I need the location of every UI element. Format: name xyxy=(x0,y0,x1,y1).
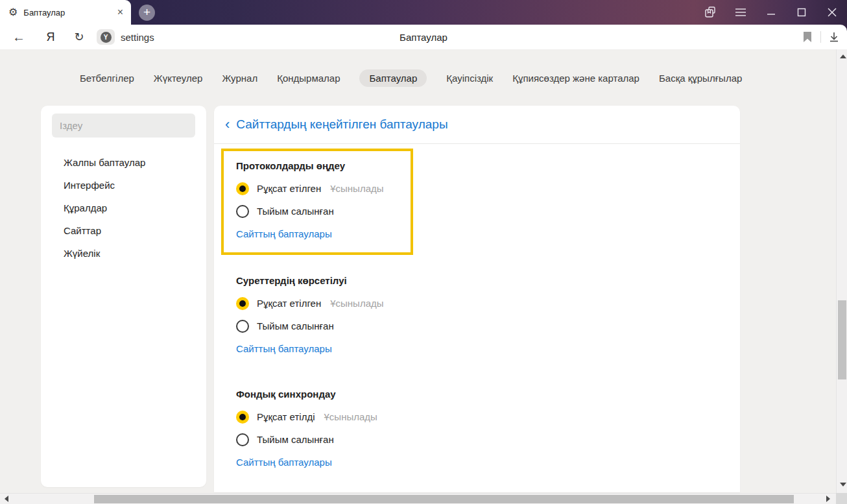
sidebar-item-sites[interactable]: Сайттар xyxy=(64,219,145,242)
bookmark-button[interactable] xyxy=(794,25,820,49)
site-settings-link[interactable]: Сайттың баптаулары xyxy=(236,228,332,241)
radio-label: Рұқсат етілген xyxy=(257,183,321,194)
sidebar-item-general[interactable]: Жалпы баптаулар xyxy=(64,151,145,174)
menu-button[interactable] xyxy=(725,0,756,25)
scroll-down-arrow[interactable] xyxy=(840,483,846,486)
tab-close-icon[interactable]: × xyxy=(117,7,123,18)
recommended-badge: Ұсынылады xyxy=(324,411,377,422)
minimize-icon xyxy=(766,7,776,18)
download-icon xyxy=(828,31,840,43)
radio-label: Тыйым салынған xyxy=(257,206,334,217)
settings-sidebar: Жалпы баптаулар Интерфейс Құралдар Сайтт… xyxy=(41,106,206,487)
toolbar-right xyxy=(794,25,847,49)
scroll-up-arrow[interactable] xyxy=(840,54,846,58)
chevron-left-icon: ‹ xyxy=(225,117,230,132)
settings-nav: Бетбелгілер Жүктеулер Журнал Қондырмалар… xyxy=(80,69,742,87)
nav-tab-downloads[interactable]: Жүктеулер xyxy=(154,69,203,87)
address-bar-url[interactable]: settings xyxy=(121,32,154,43)
section-title: Протоколдарды өңдеу xyxy=(236,160,716,172)
site-settings-link[interactable]: Сайттың баптаулары xyxy=(236,342,332,355)
vertical-scroll-thumb[interactable] xyxy=(838,300,846,379)
radio-checked-icon[interactable] xyxy=(236,411,249,424)
refresh-button[interactable]: ↻ xyxy=(71,30,88,44)
radio-option-blocked[interactable]: Тыйым салынған xyxy=(236,315,716,337)
window-controls xyxy=(695,0,847,25)
gear-icon: ⚙ xyxy=(8,7,18,18)
search-input[interactable] xyxy=(52,114,195,138)
tab-title: Баптаулар xyxy=(23,8,117,18)
radio-option-allowed[interactable]: Рұқсат етілген Ұсынылады xyxy=(236,292,716,315)
download-button[interactable] xyxy=(821,25,847,49)
recommended-badge: Ұсынылады xyxy=(330,298,383,309)
nav-tab-settings[interactable]: Баптаулар xyxy=(359,69,427,87)
nav-tab-security[interactable]: Қауіпсіздік xyxy=(446,69,493,87)
scroll-left-arrow[interactable] xyxy=(5,496,8,502)
vertical-scrollbar[interactable] xyxy=(836,49,847,493)
radio-label: Рұқсат етілді xyxy=(257,411,315,422)
sidebar-list: Жалпы баптаулар Интерфейс Құралдар Сайтт… xyxy=(64,151,145,265)
horizontal-scroll-thumb[interactable] xyxy=(94,495,794,503)
radio-label: Рұқсат етілген xyxy=(257,298,321,309)
site-settings-link[interactable]: Сайттың баптаулары xyxy=(236,456,332,469)
close-window-button[interactable] xyxy=(817,0,847,25)
recommended-badge: Ұсынылады xyxy=(330,183,383,194)
scrollbar-corner xyxy=(836,493,847,504)
radio-label: Тыйым салынған xyxy=(257,320,334,331)
section-image-display: Суреттердің көрсетілуі Рұқсат етілген Ұс… xyxy=(236,274,716,355)
radio-checked-icon[interactable] xyxy=(236,297,249,310)
maximize-icon xyxy=(796,7,807,18)
maximize-button[interactable] xyxy=(786,0,817,25)
back-button[interactable]: ← xyxy=(9,30,29,45)
radio-label: Тыйым салынған xyxy=(257,434,334,445)
scroll-right-arrow[interactable] xyxy=(826,496,830,502)
radio-option-allowed[interactable]: Рұқсат етілген Ұсынылады xyxy=(236,177,716,200)
bookmark-icon xyxy=(803,31,812,43)
page-section-title: Сайттардың кеңейтілген баптаулары xyxy=(236,117,447,132)
section-title: Суреттердің көрсетілуі xyxy=(236,274,716,287)
section-background-sync: Фондық синхрондау Рұқсат етілді Ұсынылад… xyxy=(236,388,716,469)
new-tab-button[interactable]: + xyxy=(139,5,155,21)
toolbar: ← Я ↻ Y settings Баптаулар xyxy=(0,25,847,49)
minimize-button[interactable] xyxy=(756,0,786,25)
bookmarks-panel-icon xyxy=(704,6,717,19)
advanced-site-settings-back-link[interactable]: ‹ Сайттардың кеңейтілген баптаулары xyxy=(214,106,740,144)
sidebar-item-tools[interactable]: Құралдар xyxy=(64,197,145,219)
radio-unchecked-icon[interactable] xyxy=(236,433,249,446)
close-icon xyxy=(827,7,837,18)
radio-checked-icon[interactable] xyxy=(236,182,249,195)
sidebar-item-system[interactable]: Жүйелік xyxy=(64,242,145,265)
radio-unchecked-icon[interactable] xyxy=(236,320,249,333)
protect-badge[interactable]: Y xyxy=(97,29,115,45)
yandex-logo-button[interactable]: Я xyxy=(43,30,58,44)
nav-tab-devices[interactable]: Басқа құрылғылар xyxy=(659,69,742,87)
horizontal-scrollbar[interactable] xyxy=(0,493,836,504)
sidebar-item-interface[interactable]: Интерфейс xyxy=(64,174,145,197)
browser-tab-settings[interactable]: ⚙ Баптаулар × xyxy=(0,0,131,25)
radio-option-blocked[interactable]: Тыйым салынған xyxy=(236,428,716,451)
nav-tab-bookmarks[interactable]: Бетбелгілер xyxy=(80,69,134,87)
nav-tab-passwords[interactable]: Құпиясөздер және карталар xyxy=(512,69,639,87)
nav-tab-history[interactable]: Журнал xyxy=(222,69,257,87)
section-title: Фондық синхрондау xyxy=(236,388,716,400)
protect-icon: Y xyxy=(101,32,112,43)
bookmarks-panel-button[interactable] xyxy=(695,0,725,25)
hamburger-menu-icon xyxy=(735,8,746,17)
section-protocol-handling: Протоколдарды өңдеу Рұқсат етілген Ұсыны… xyxy=(236,160,716,241)
radio-option-allowed[interactable]: Рұқсат етілді Ұсынылады xyxy=(236,405,716,428)
nav-tab-extensions[interactable]: Қондырмалар xyxy=(277,69,340,87)
settings-content: ‹ Сайттардың кеңейтілген баптаулары Прот… xyxy=(214,106,740,492)
radio-option-blocked[interactable]: Тыйым салынған xyxy=(236,200,716,222)
radio-unchecked-icon[interactable] xyxy=(236,205,249,218)
